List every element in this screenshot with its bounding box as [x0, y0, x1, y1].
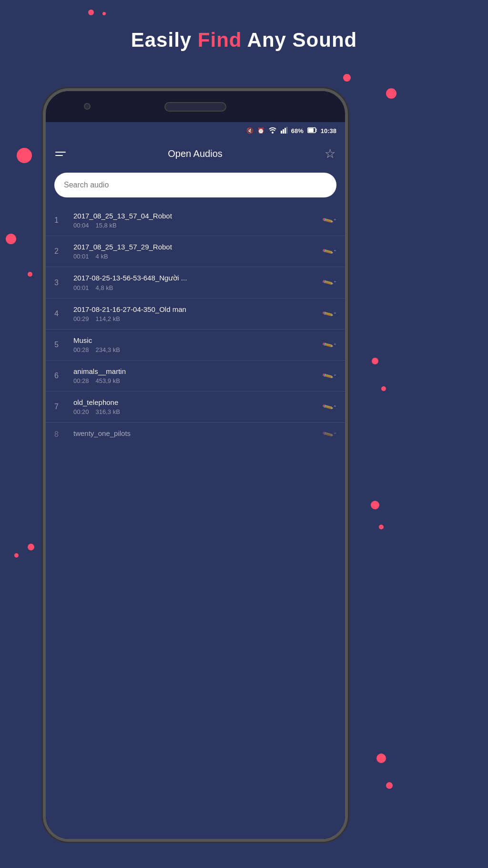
alarm-icon: ⏰	[257, 127, 264, 134]
item-size: 316,3 kB	[96, 408, 120, 415]
svg-point-0	[272, 132, 274, 134]
plus-icon: ⁺	[334, 373, 336, 379]
item-meta: 00:28 453,9 kB	[73, 377, 323, 384]
wand-icon: ✏️	[322, 245, 335, 258]
clock-time: 10:38	[321, 127, 336, 134]
item-title: 2017_08_25_13_57_29_Robot	[73, 243, 323, 251]
svg-rect-6	[308, 128, 314, 132]
decoration-dot	[6, 234, 16, 244]
item-size: 15,8 kB	[96, 222, 117, 229]
list-item: 4 2017-08-21-16-27-04-350_Old man 00:29 …	[46, 299, 345, 330]
wifi-icon	[268, 127, 277, 135]
decoration-dot	[371, 501, 379, 509]
wand-icon: ✏️	[322, 370, 335, 382]
decoration-dot	[376, 754, 386, 763]
item-number: 1	[54, 216, 69, 225]
app-bar: Open Audios ☆	[46, 139, 345, 168]
list-item: 6 animals__martin 00:28 453,9 kB ✏️⁺	[46, 361, 345, 392]
item-meta: 00:28 234,3 kB	[73, 346, 323, 353]
item-duration: 00:28	[73, 346, 89, 353]
plus-icon: ⁺	[334, 342, 336, 348]
item-meta: 00:04 15,8 kB	[73, 222, 323, 229]
search-bar	[54, 173, 336, 197]
item-info: animals__martin 00:28 453,9 kB	[69, 367, 323, 384]
item-duration: 00:01	[73, 253, 89, 260]
item-size: 114,2 kB	[96, 315, 120, 322]
item-duration: 00:29	[73, 315, 89, 322]
phone-top	[46, 91, 345, 122]
item-size: 4 kB	[96, 253, 108, 260]
item-action-button[interactable]: ✏️⁺	[323, 278, 336, 287]
item-info: twenty_one_pilots	[69, 429, 323, 439]
item-info: 2017-08-25-13-56-53-648_Người ... 00:01 …	[69, 274, 323, 291]
svg-rect-3	[285, 128, 286, 134]
wand-icon: ✏️	[322, 339, 335, 351]
app-title: Open Audios	[168, 148, 223, 159]
favorites-button[interactable]: ☆	[325, 146, 336, 161]
item-number: 6	[54, 372, 69, 380]
decoration-dot	[102, 12, 106, 15]
phone-speaker	[164, 102, 226, 112]
item-action-button[interactable]: ✏️⁺	[323, 372, 336, 381]
hero-text-before: Easily	[131, 29, 198, 51]
search-input[interactable]	[64, 181, 327, 189]
phone-screen: 🔇 ⏰ 68%	[46, 122, 345, 839]
list-item: 3 2017-08-25-13-56-53-648_Người ... 00:0…	[46, 267, 345, 299]
phone-frame: 🔇 ⏰ 68%	[43, 88, 348, 842]
list-item: 2 2017_08_25_13_57_29_Robot 00:01 4 kB ✏…	[46, 236, 345, 267]
plus-icon: ⁺	[334, 217, 336, 224]
plus-icon: ⁺	[334, 404, 336, 410]
item-number: 5	[54, 341, 69, 349]
svg-rect-2	[283, 129, 284, 134]
item-meta: 00:20 316,3 kB	[73, 408, 323, 415]
decoration-dot	[379, 525, 384, 529]
item-number: 3	[54, 279, 69, 287]
decoration-dot	[386, 88, 396, 99]
item-title: 2017-08-25-13-56-53-648_Người ...	[73, 274, 323, 282]
wand-icon: ✏️	[322, 214, 335, 227]
item-size: 4,8 kB	[96, 284, 113, 291]
menu-button[interactable]	[55, 152, 66, 156]
item-action-button[interactable]: ✏️⁺	[323, 403, 336, 412]
status-bar: 🔇 ⏰ 68%	[46, 122, 345, 139]
hero-text-after: Any Sound	[242, 29, 357, 51]
item-info: old_telephone 00:20 316,3 kB	[69, 398, 323, 415]
battery-percent: 68%	[291, 127, 304, 134]
list-item: 7 old_telephone 00:20 316,3 kB ✏️⁺	[46, 392, 345, 423]
item-title: Music	[73, 336, 323, 344]
item-action-button[interactable]: ✏️⁺	[323, 341, 336, 350]
decoration-dot	[372, 358, 378, 364]
svg-rect-1	[281, 131, 282, 134]
item-duration: 00:20	[73, 408, 89, 415]
item-action-button[interactable]: ✏️⁺	[323, 430, 336, 439]
item-action-button[interactable]: ✏️⁺	[323, 247, 336, 256]
plus-icon: ⁺	[334, 248, 336, 255]
item-action-button[interactable]: ✏️⁺	[323, 310, 336, 319]
wand-icon: ✏️	[322, 428, 335, 440]
item-meta: 00:01 4,8 kB	[73, 284, 323, 291]
hero-headline: Easily Find Any Sound	[0, 29, 488, 52]
item-size: 234,3 kB	[96, 346, 120, 353]
list-item: 8 twenty_one_pilots ✏️⁺	[46, 423, 345, 446]
item-number: 2	[54, 247, 69, 256]
item-duration: 00:01	[73, 284, 89, 291]
decoration-dot	[343, 74, 351, 82]
item-action-button[interactable]: ✏️⁺	[323, 216, 336, 225]
signal-icon	[281, 127, 287, 135]
item-size: 453,9 kB	[96, 377, 120, 384]
svg-rect-4	[286, 127, 287, 134]
item-duration: 00:28	[73, 377, 89, 384]
decoration-dot	[28, 544, 34, 550]
decoration-dot	[386, 782, 393, 789]
decoration-dot	[17, 148, 32, 163]
list-item: 1 2017_08_25_13_57_04_Robot 00:04 15,8 k…	[46, 205, 345, 236]
decoration-dot	[14, 553, 19, 558]
phone-camera	[84, 103, 91, 110]
item-title: 2017-08-21-16-27-04-350_Old man	[73, 305, 323, 313]
item-info: Music 00:28 234,3 kB	[69, 336, 323, 353]
decoration-dot	[88, 10, 94, 15]
item-info: 2017_08_25_13_57_04_Robot 00:04 15,8 kB	[69, 212, 323, 229]
item-number: 4	[54, 310, 69, 318]
wand-icon: ✏️	[322, 401, 335, 413]
battery-icon	[307, 127, 317, 134]
